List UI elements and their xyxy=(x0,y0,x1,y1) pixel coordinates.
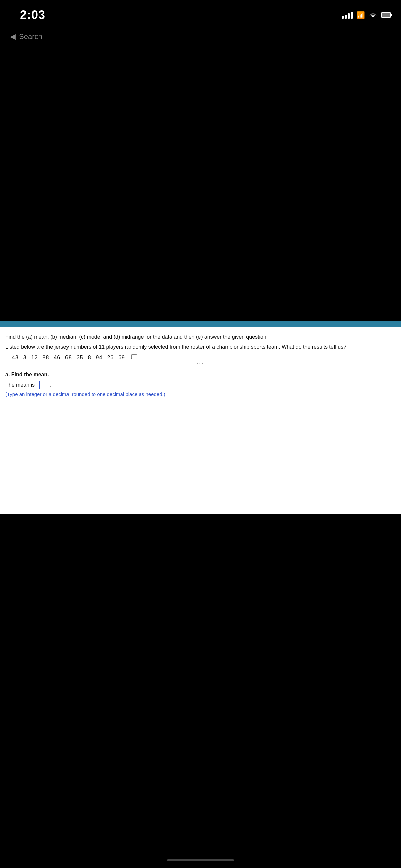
period: . xyxy=(50,382,51,388)
jersey-num-8: 8 xyxy=(88,355,91,361)
mean-prefix: The mean is xyxy=(5,382,35,388)
jersey-num-5: 46 xyxy=(54,355,61,361)
jersey-num-2: 3 xyxy=(23,355,27,361)
subtext: Listed below are the jersey numbers of 1… xyxy=(5,343,396,351)
hint-text: (Type an integer or a decimal rounded to… xyxy=(5,391,396,397)
mean-input-box[interactable] xyxy=(39,380,48,389)
mean-answer-line: The mean is . xyxy=(5,380,396,389)
mean-space xyxy=(36,382,37,388)
part-a-section: a. Find the mean. The mean is . (Type an… xyxy=(5,372,396,400)
battery-icon xyxy=(381,12,391,18)
part-a-label: a. Find the mean. xyxy=(5,372,396,378)
jersey-numbers-list: 43 3 12 88 46 68 35 8 94 26 69 xyxy=(12,355,125,361)
scroll-divider-container: ··· xyxy=(5,364,396,365)
scroll-dots: ··· xyxy=(195,361,207,366)
status-bar: 2:03 📶 xyxy=(0,0,401,27)
signal-bars-icon xyxy=(341,11,353,19)
back-arrow-icon[interactable]: ◀ xyxy=(10,32,16,41)
part-a-task: Find the mean. xyxy=(10,372,49,377)
search-bar[interactable]: ◀ Search xyxy=(0,27,401,47)
jersey-numbers-row: 43 3 12 88 46 68 35 8 94 26 69 xyxy=(5,354,396,361)
wifi-icon: 📶 xyxy=(357,11,365,19)
jersey-num-9: 94 xyxy=(96,355,103,361)
jersey-num-6: 68 xyxy=(65,355,72,361)
bottom-black-area xyxy=(0,514,401,845)
more-data-icon[interactable] xyxy=(128,354,138,361)
jersey-num-10: 26 xyxy=(107,355,113,361)
status-time: 2:03 xyxy=(20,8,45,22)
search-label: Search xyxy=(19,32,42,41)
content-area: Find the (a) mean, (b) median, (c) mode,… xyxy=(0,327,401,514)
svg-point-0 xyxy=(373,18,374,19)
jersey-num-1: 43 xyxy=(12,355,19,361)
instruction-text: Find the (a) mean, (b) median, (c) mode,… xyxy=(5,333,396,341)
jersey-num-11: 69 xyxy=(118,355,125,361)
teal-divider-bar xyxy=(0,321,401,327)
wifi-icon xyxy=(369,12,377,19)
jersey-num-4: 88 xyxy=(43,355,49,361)
jersey-num-3: 12 xyxy=(31,355,38,361)
home-indicator xyxy=(167,859,234,861)
part-a-letter: a. xyxy=(5,372,10,377)
status-icons: 📶 xyxy=(341,11,391,19)
top-black-area xyxy=(0,47,401,321)
jersey-num-7: 35 xyxy=(76,355,83,361)
